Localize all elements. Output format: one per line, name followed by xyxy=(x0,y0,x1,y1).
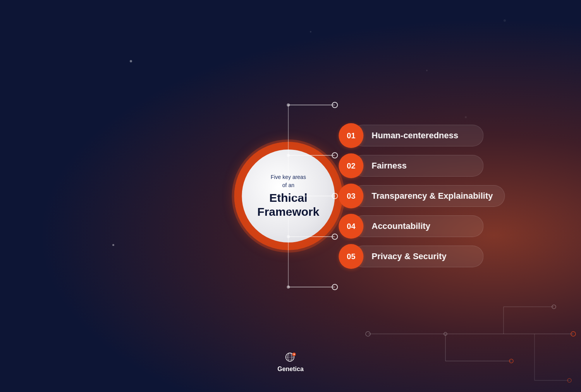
circle-title: Ethical Framework xyxy=(257,191,319,219)
dot-5 xyxy=(465,116,467,118)
list-item: 03 Transparency & Explainability xyxy=(339,184,505,208)
logo-text: Genetica xyxy=(277,366,304,373)
dot-1 xyxy=(130,60,132,62)
svg-point-20 xyxy=(287,285,290,289)
item-label-box-4: Accountability xyxy=(352,215,483,237)
list-item: 05 Privacy & Security xyxy=(339,244,505,269)
circuit-decoration xyxy=(349,276,581,392)
list-item: 02 Fairness xyxy=(339,153,505,178)
svg-point-12 xyxy=(567,378,571,382)
svg-point-9 xyxy=(552,305,556,309)
list-item: 04 Accountability xyxy=(339,214,505,239)
item-badge-5: 05 xyxy=(339,244,363,269)
circle-subtitle: Five key areas of an xyxy=(271,173,306,189)
logo-icon xyxy=(284,350,297,364)
item-label-box-3: Transparency & Explainability xyxy=(352,185,505,207)
item-badge-2: 02 xyxy=(339,153,363,178)
dot-4 xyxy=(426,70,428,71)
items-list: 01 Human-centeredness 02 Fairness 03 Tra… xyxy=(339,123,505,269)
svg-point-13 xyxy=(287,103,290,107)
item-label-box-2: Fairness xyxy=(352,155,483,177)
main-content: Five key areas of an Ethical Framework xyxy=(234,142,342,250)
item-badge-4: 04 xyxy=(339,214,363,239)
item-badge-3: 03 xyxy=(339,184,363,208)
svg-point-6 xyxy=(509,359,513,363)
svg-point-3 xyxy=(571,332,576,336)
circle-inner: Five key areas of an Ethical Framework xyxy=(242,150,335,242)
item-badge-1: 01 xyxy=(339,123,363,148)
item-label-box-5: Privacy & Security xyxy=(352,246,483,267)
dot-2 xyxy=(112,244,114,246)
center-circle: Five key areas of an Ethical Framework xyxy=(234,142,342,250)
item-label-box-1: Human-centeredness xyxy=(352,125,483,146)
svg-point-2 xyxy=(444,332,447,335)
list-item: 01 Human-centeredness xyxy=(339,123,505,148)
svg-point-1 xyxy=(366,332,370,336)
dot-3 xyxy=(310,31,311,33)
logo-area: Genetica xyxy=(277,350,304,373)
svg-point-14 xyxy=(332,102,337,108)
svg-point-21 xyxy=(332,284,337,290)
dot-6 xyxy=(504,19,506,22)
